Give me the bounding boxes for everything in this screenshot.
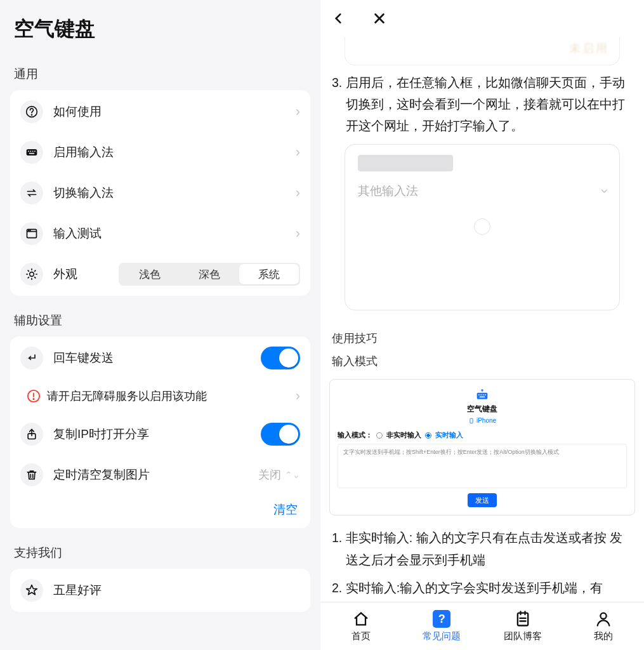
toggle-copy-ip-share[interactable] <box>261 423 300 446</box>
tab-bar: 首页 ? 常见问题 团队博客 我的 <box>320 602 644 650</box>
appearance-segment: 浅色 深色 系统 <box>119 263 300 286</box>
card-general: 如何使用 › 启用输入法 › 切换输入法 › 输入测试 › <box>10 90 310 296</box>
back-button[interactable] <box>332 11 345 26</box>
svg-point-23 <box>601 613 607 619</box>
settings-pane: 空气键盘 通用 如何使用 › 启用输入法 › 切换输入法 › <box>0 0 320 650</box>
chevron-down-icon: › <box>596 189 612 194</box>
svg-rect-22 <box>518 613 528 626</box>
tab-faq[interactable]: ? 常见问题 <box>402 602 483 650</box>
svg-point-11 <box>30 272 34 277</box>
mock-opt1: 非实时输入 <box>386 430 421 440</box>
row-rate[interactable]: 五星好评 <box>10 570 310 611</box>
trash-icon <box>20 463 43 486</box>
blog-icon <box>514 610 532 628</box>
chevron-right-icon: › <box>296 225 300 242</box>
step-body: 非实时输入: 输入的文字只有在点击发送或者按 发送之后才会显示到手机端 <box>346 531 622 566</box>
step-num: 2. <box>332 581 342 595</box>
svg-rect-5 <box>32 151 34 152</box>
svg-point-10 <box>30 230 30 231</box>
row-label: 外观 <box>53 266 119 282</box>
step-1: 1. 非实时输入: 输入的文字只有在点击发送或者按 发送之后才会显示到手机端 <box>332 527 633 570</box>
mock-image-top: 未启用 <box>345 37 620 65</box>
row-label: 如何使用 <box>53 103 296 120</box>
svg-rect-15 <box>477 393 488 399</box>
step-num: 1. <box>332 531 342 545</box>
mock-web-card: 空气键盘 iPhone 输入模式： 非实时输入 实时输入 文字实时发送到手机端；… <box>329 379 635 515</box>
row-auto-clear[interactable]: 定时清空复制图片 关闭 ⌃⌄ <box>10 454 310 495</box>
mock-send-button: 发送 <box>468 493 497 507</box>
mode-header: 输入模式 <box>329 350 635 373</box>
row-appearance: 外观 浅色 深色 系统 <box>10 254 310 295</box>
mock-app-name: 空气键盘 <box>467 404 497 415</box>
step-body: 实时输入:输入的文字会实时发送到手机端，有 <box>346 581 603 595</box>
tab-home[interactable]: 首页 <box>320 602 402 650</box>
tab-label: 团队博客 <box>504 630 542 642</box>
svg-rect-7 <box>29 153 34 154</box>
svg-point-1 <box>32 115 32 116</box>
clear-button[interactable]: 清空 <box>273 503 298 516</box>
segment-light[interactable]: 浅色 <box>120 264 180 284</box>
tab-me[interactable]: 我的 <box>563 602 645 650</box>
svg-rect-4 <box>30 151 32 152</box>
swap-icon <box>20 182 43 204</box>
row-copy-ip-share: 复制IP时打开分享 <box>10 414 310 454</box>
segment-system[interactable]: 系统 <box>239 264 299 284</box>
row-label: 输入测试 <box>53 225 296 242</box>
step-2: 2. 实时输入:输入的文字会实时发送到手机端，有 <box>332 577 633 599</box>
share-icon <box>20 423 43 446</box>
svg-rect-17 <box>481 395 482 396</box>
row-howto[interactable]: 如何使用 › <box>10 91 310 132</box>
row-label: 五星好评 <box>53 582 300 599</box>
row-enable[interactable]: 启用输入法 › <box>10 132 310 173</box>
home-icon <box>352 610 370 628</box>
window-icon <box>20 222 43 245</box>
picker-value: 关闭 <box>258 467 281 482</box>
enter-icon <box>20 347 43 369</box>
keyboard-app-icon <box>475 388 490 401</box>
chevron-right-icon: › <box>296 388 300 404</box>
faq-icon: ? <box>433 610 450 628</box>
chevron-right-icon: › <box>296 103 300 120</box>
radio-nonrealtime <box>376 432 383 439</box>
svg-rect-18 <box>483 395 484 396</box>
row-label: 定时清空复制图片 <box>53 467 258 483</box>
radio-realtime <box>425 432 431 439</box>
user-icon <box>595 610 612 628</box>
mock-tag-text: 未启用 <box>569 41 609 56</box>
segment-dark[interactable]: 深色 <box>180 264 239 284</box>
star-icon <box>20 579 43 602</box>
row-label: 切换输入法 <box>53 185 296 201</box>
toggle-enter-send[interactable] <box>261 347 300 369</box>
page-title: 空气键盘 <box>0 0 320 50</box>
row-label: 复制IP时打开分享 <box>53 426 261 442</box>
svg-rect-3 <box>28 151 29 152</box>
card-support: 五星好评 <box>10 569 310 612</box>
close-button[interactable] <box>372 11 386 25</box>
row-enter-send: 回车键发送 <box>10 338 310 378</box>
question-icon <box>20 100 43 123</box>
step-num: 3. <box>332 76 342 90</box>
row-switch[interactable]: 切换输入法 › <box>10 173 310 213</box>
svg-rect-2 <box>27 149 37 156</box>
row-accessibility-warning[interactable]: 请开启无障碍服务以启用该功能 › <box>10 378 310 414</box>
mock-circle <box>474 218 490 235</box>
chevron-right-icon: › <box>296 144 300 161</box>
svg-rect-19 <box>485 395 486 396</box>
step-body: 启用后，在任意输入框，比如微信聊天页面，手动切换到，这时会看到一个网址，接着就可… <box>346 76 625 133</box>
tips-header: 使用技巧 <box>329 327 635 350</box>
svg-rect-21 <box>470 418 473 423</box>
mock-other-ime-label: 其他输入法 <box>358 183 418 199</box>
mock-ime-card: 其他输入法 › <box>345 144 620 310</box>
svg-rect-6 <box>34 151 36 152</box>
row-test[interactable]: 输入测试 › <box>10 213 310 254</box>
mock-mode-label: 输入模式： <box>338 430 372 440</box>
mock-hint: 文字实时发送到手机端；按Shift+Enter换行；按Enter发送；按Alt/… <box>343 448 621 456</box>
detail-pane: 未启用 3. 启用后，在任意输入框，比如微信聊天页面，手动切换到，这时会看到一个… <box>320 0 644 650</box>
chevron-right-icon: › <box>296 185 300 201</box>
mock-device: iPhone <box>468 417 496 424</box>
mock-opt2: 实时输入 <box>435 430 463 440</box>
section-aux: 辅助设置 <box>0 296 320 336</box>
tab-label: 常见问题 <box>423 630 461 642</box>
tab-blog[interactable]: 团队博客 <box>482 602 563 650</box>
section-support: 支持我们 <box>0 528 320 569</box>
